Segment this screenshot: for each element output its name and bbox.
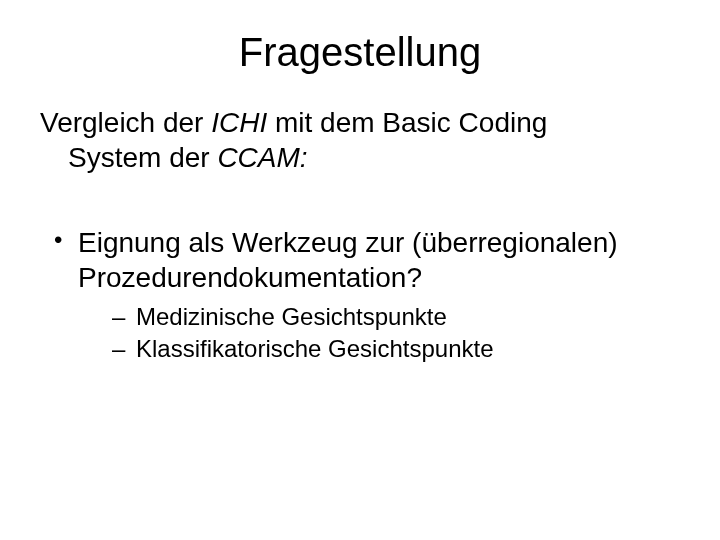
- intro-text-2: mit dem Basic Coding: [267, 107, 547, 138]
- slide-title: Fragestellung: [40, 30, 680, 75]
- intro-paragraph: Vergleich der ICHI mit dem Basic Coding …: [40, 105, 680, 175]
- bullet-list-level1: Eignung als Werkzeug zur (überregionalen…: [40, 225, 680, 366]
- intro-text-1: Vergleich der: [40, 107, 211, 138]
- sub-bullet-2: Klassifikatorische Gesichtspunkte: [112, 333, 680, 365]
- bullet-item-1-line2: Prozedurendokumentation?: [78, 260, 680, 295]
- intro-text-3: System der: [68, 142, 217, 173]
- intro-term-ccam: CCAM:: [217, 142, 307, 173]
- sub-bullet-1: Medizinische Gesichtspunkte: [112, 301, 680, 333]
- intro-term-ichi: ICHI: [211, 107, 267, 138]
- bullet-item-1: Eignung als Werkzeug zur (überregionalen…: [50, 225, 680, 366]
- slide: Fragestellung Vergleich der ICHI mit dem…: [0, 0, 720, 540]
- bullet-list-level2: Medizinische Gesichtspunkte Klassifikato…: [78, 301, 680, 366]
- bullet-item-1-line1: Eignung als Werkzeug zur (überregionalen…: [78, 227, 618, 258]
